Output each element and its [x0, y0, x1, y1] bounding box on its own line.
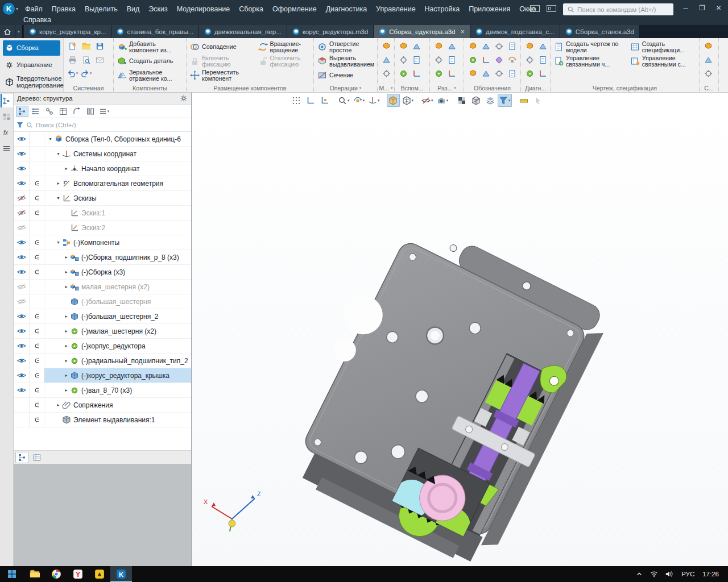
ribbon-system-open-doc-button[interactable]	[80, 40, 92, 52]
tree-toolbar-tree-relations-button[interactable]	[43, 106, 56, 117]
ribbon-system-send-button[interactable]	[94, 53, 106, 66]
tree-row-include-cell[interactable]	[30, 413, 44, 427]
ribbon-system-redo-button[interactable]: ▾	[80, 67, 92, 80]
ribbon-notation-not-3-button[interactable]	[493, 40, 505, 52]
ribbon-drawing-item-1[interactable]: Создать спецификаци...	[630, 40, 697, 54]
panel-tab-tree-button[interactable]	[15, 452, 29, 463]
menu-item-0[interactable]: Файл	[20, 3, 47, 15]
tree-expander-closed-icon[interactable]: ▸	[63, 358, 70, 363]
tree-item-4[interactable]: ▾Эскизы	[44, 191, 191, 205]
menu-item-1[interactable]: Правка	[47, 3, 80, 15]
ribbon-drawing-item-2[interactable]: Управление связанными ч...	[553, 54, 627, 68]
ribbon-drawing-item-3[interactable]: Управление связанными с...	[630, 54, 697, 68]
ribbon-operations-item-0[interactable]: Отверстие простое	[317, 40, 375, 54]
tree-item-7[interactable]: ▾(-)Компоненты	[44, 235, 191, 250]
strip-blocks-panel-button[interactable]	[1, 110, 13, 123]
tree-item-2[interactable]: ▸Начало координат	[44, 161, 191, 176]
panel-settings-gear-icon[interactable]	[180, 94, 188, 102]
ribbon-notation-not-11-button[interactable]	[493, 67, 505, 80]
tree-row-include-cell[interactable]	[30, 206, 44, 220]
logo-caret-icon[interactable]: ▾	[16, 6, 18, 11]
tree-row-include-cell[interactable]	[30, 354, 44, 368]
menu-item-11[interactable]: Приложения	[464, 3, 515, 15]
taskbar-app-yellow-button[interactable]	[89, 566, 110, 582]
tree-row-visibility-cell[interactable]	[14, 398, 30, 412]
tree-expander-closed-icon[interactable]: ▸	[63, 373, 70, 378]
tree-toolbar-tree-display-button[interactable]: ▾	[98, 106, 110, 117]
ribbon-placement-item-4[interactable]: Переместить компонент	[189, 68, 255, 82]
mode-button-2[interactable]: Твердотельное моделирование	[3, 74, 60, 90]
tree-row-include-cell[interactable]	[30, 250, 44, 264]
tree-item-9[interactable]: ▸(-)Сборка (x3)	[44, 265, 191, 279]
ribbon-aux-aux-2-button[interactable]	[411, 40, 423, 52]
tree-row-include-cell[interactable]	[30, 383, 44, 397]
viewport-camera-button[interactable]: ▾	[436, 94, 450, 107]
strip-variables-panel-button[interactable]: fx	[1, 126, 13, 139]
viewport-grid-button[interactable]	[289, 94, 303, 107]
taskbar-yandex-browser-button[interactable]: Y	[67, 566, 89, 582]
tree-row-include-cell[interactable]	[30, 147, 44, 161]
tree-item-19[interactable]: Элемент выдавливания:1	[44, 413, 191, 427]
tree-expander-open-icon[interactable]: ▾	[47, 136, 54, 142]
tree-expander-closed-icon[interactable]: ▸	[63, 166, 70, 171]
tree-row-visibility-cell[interactable]	[14, 132, 30, 146]
ribbon-s-s-1-button[interactable]	[702, 40, 714, 52]
viewport-zoom-button[interactable]: ▾	[337, 94, 351, 107]
language-indicator[interactable]: РУС	[677, 571, 699, 577]
tree-item-8[interactable]: ▸(-)Сборка_подшипник_р_8 (x3)	[44, 250, 191, 264]
tree-expander-closed-icon[interactable]: ▸	[55, 402, 62, 408]
tree-toolbar-tree-columns-button[interactable]	[84, 106, 97, 117]
ribbon-raz-raz-3-button[interactable]	[433, 53, 445, 66]
start-button[interactable]	[0, 566, 24, 582]
ribbon-notation-not-4-button[interactable]	[506, 40, 518, 52]
viewport-clipbox-button[interactable]	[469, 94, 482, 107]
ribbon-raz-raz-4-button[interactable]	[446, 53, 458, 66]
volume-button[interactable]	[662, 566, 676, 582]
document-tab-2[interactable]: движковальная_пер...	[199, 25, 287, 38]
tree-row-visibility-cell[interactable]	[14, 235, 30, 250]
tree-row-visibility-cell[interactable]	[14, 413, 30, 427]
menu-item-8[interactable]: Диагностика	[321, 3, 371, 15]
ribbon-notation-not-10-button[interactable]	[480, 67, 492, 80]
tree-expander-closed-icon[interactable]: ▸	[63, 314, 70, 319]
tree-toolbar-tree-composition-button[interactable]	[30, 106, 42, 117]
ribbon-system-print-button[interactable]	[67, 53, 78, 66]
close-button[interactable]: ✕	[710, 0, 727, 15]
ribbon-notation-not-7-button[interactable]	[493, 53, 505, 66]
ribbon-system-save-button[interactable]	[94, 40, 106, 52]
tree-row-visibility-cell[interactable]	[14, 339, 30, 353]
tree-item-18[interactable]: ▸Сопряжения	[44, 398, 191, 412]
screen-split-icon[interactable]	[547, 5, 556, 12]
viewport-hide-button[interactable]: ▾	[420, 94, 435, 107]
tree-expander-closed-icon[interactable]: ▸	[63, 269, 70, 275]
mode-button-0[interactable]: Сборка	[3, 40, 60, 56]
document-tab-3[interactable]: корус_редуктора.m3d	[287, 25, 374, 38]
viewport-axes-button[interactable]: ▾	[367, 94, 381, 107]
document-tab-1[interactable]: станина_бок_правы...	[111, 25, 199, 38]
viewport-layers-button[interactable]	[483, 94, 497, 107]
ribbon-notation-not-2-button[interactable]	[480, 40, 492, 52]
tree-item-17[interactable]: ▸(-)вал_8_70 (x3)	[44, 383, 191, 397]
ribbon-placement-item-1[interactable]: Вращение-вращение	[258, 40, 311, 54]
ribbon-aux-aux-1-button[interactable]	[398, 40, 410, 52]
tree-expander-open-icon[interactable]: ▾	[55, 240, 62, 245]
ribbon-system-undo-button[interactable]: ▾	[67, 67, 78, 80]
tree-row-include-cell[interactable]	[30, 161, 44, 176]
tree-expander-closed-icon[interactable]: ▸	[55, 181, 62, 186]
minimize-button[interactable]: ─	[677, 0, 694, 15]
menu-item-4[interactable]: Эскиз	[144, 3, 172, 15]
ribbon-diag-diag-2-button[interactable]	[537, 40, 549, 52]
menu-item-10[interactable]: Настройка	[420, 3, 465, 15]
ribbon-notation-not-9-button[interactable]	[467, 67, 479, 80]
ribbon-drawing-item-0[interactable]: Создать чертеж по модели	[553, 40, 627, 54]
menu-item-9[interactable]: Управление	[371, 3, 420, 15]
tree-expander-closed-icon[interactable]: ▸	[63, 284, 70, 289]
taskbar-explorer-button[interactable]	[24, 566, 46, 582]
ribbon-diag-diag-4-button[interactable]	[537, 53, 549, 66]
tree-row-visibility-cell[interactable]	[14, 280, 30, 294]
tree-expander-closed-icon[interactable]: ▸	[63, 255, 70, 260]
ribbon-aux-aux-5-button[interactable]	[398, 67, 410, 80]
tree-expander-closed-icon[interactable]: ▸	[63, 343, 70, 348]
taskbar-app-red-button[interactable]	[46, 566, 67, 582]
tree-filter-funnel-icon[interactable]	[16, 122, 23, 128]
